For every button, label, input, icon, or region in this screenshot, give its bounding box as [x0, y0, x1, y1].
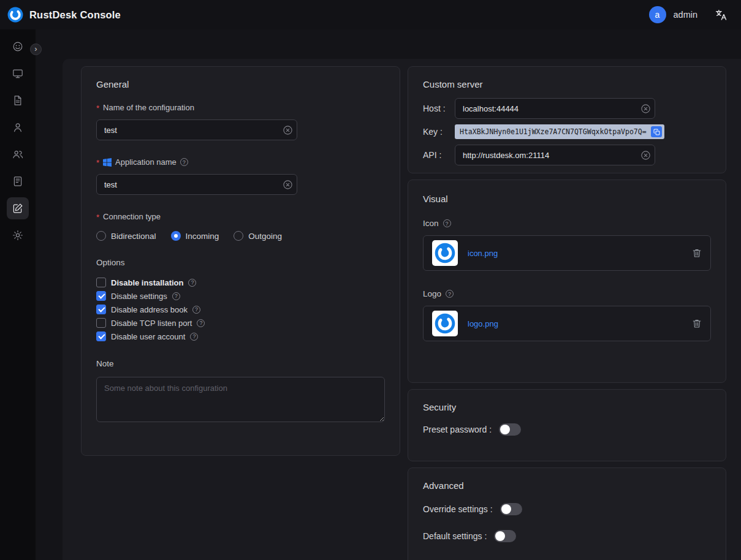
- general-title: General: [96, 79, 385, 89]
- options-list: Disable installation Disable settings Di: [96, 276, 385, 343]
- help-icon[interactable]: [172, 292, 180, 300]
- sidebar-item-audit-log[interactable]: [0, 168, 36, 195]
- sidebar-item-groups[interactable]: [0, 141, 36, 168]
- main: General Name of the configuration: [36, 29, 741, 560]
- visual-title: Visual: [423, 194, 711, 204]
- preset-password-row: Preset password :: [423, 423, 711, 436]
- layout: General Name of the configuration: [0, 29, 741, 560]
- document-icon: [7, 89, 29, 112]
- checkbox-disable-tcp-listen-port[interactable]: Disable TCP listen port: [96, 316, 385, 330]
- icon-upload-box: icon.png: [423, 235, 711, 271]
- windows-icon: [103, 158, 112, 167]
- required-marker: [96, 212, 99, 221]
- key-value[interactable]: HtaXBkJNHyn0e1U1jWXze7A7CN7QTGWqxkOtpaVp…: [460, 127, 647, 136]
- brand: RustDesk Console: [7, 7, 121, 23]
- sidebar-item-custom-client[interactable]: [0, 195, 36, 222]
- checkbox-control[interactable]: [96, 318, 106, 328]
- api-label: API :: [423, 150, 455, 160]
- default-settings-toggle[interactable]: [494, 530, 516, 542]
- right-column: Custom server Host :: [408, 66, 726, 560]
- clear-icon[interactable]: [640, 104, 650, 113]
- copy-icon[interactable]: [651, 126, 662, 137]
- topbar-right: a admin: [649, 6, 728, 23]
- help-icon[interactable]: [197, 319, 205, 327]
- clear-icon[interactable]: [283, 180, 292, 189]
- configuration-name-input[interactable]: [96, 119, 297, 140]
- checkbox-control[interactable]: [96, 305, 106, 314]
- host-input[interactable]: [455, 98, 655, 119]
- radio-control[interactable]: [234, 231, 243, 241]
- security-card: Security Preset password :: [408, 389, 726, 461]
- advanced-title: Advanced: [423, 480, 711, 491]
- clear-icon[interactable]: [640, 150, 650, 160]
- icon-section-label: Icon: [423, 219, 711, 228]
- checkbox-control[interactable]: [96, 278, 106, 287]
- custom-server-title: Custom server: [423, 79, 711, 89]
- advanced-card: Advanced Override settings : Default set…: [408, 467, 726, 560]
- checkbox-control[interactable]: [96, 331, 106, 341]
- visual-card: Visual Icon: [408, 180, 726, 383]
- checkbox-disable-settings[interactable]: Disable settings: [96, 289, 385, 303]
- radio-control[interactable]: [171, 231, 181, 241]
- users-icon: [7, 143, 29, 165]
- api-input[interactable]: [455, 145, 655, 165]
- trash-icon[interactable]: [692, 319, 702, 328]
- checkbox-disable-address-book[interactable]: Disable address book: [96, 303, 385, 316]
- help-icon[interactable]: [446, 290, 454, 298]
- help-icon[interactable]: [190, 333, 198, 341]
- topbar: RustDesk Console a admin: [0, 0, 741, 29]
- app-title: RustDesk Console: [29, 9, 121, 21]
- sidebar-item-documents[interactable]: [0, 87, 36, 114]
- icon-thumbnail: [432, 240, 458, 266]
- radio-outgoing[interactable]: Outgoing: [234, 231, 282, 241]
- rustdesk-console-page: RustDesk Console a admin: [0, 0, 741, 560]
- default-settings-label: Default settings :: [423, 531, 487, 541]
- key-field[interactable]: HtaXBkJNHyn0e1U1jWXze7A7CN7QTGWqxkOtpaVp…: [455, 124, 664, 139]
- preset-password-label: Preset password :: [423, 425, 492, 434]
- translate-icon[interactable]: [715, 9, 728, 21]
- user-avatar[interactable]: a: [649, 6, 666, 23]
- options-label: Options: [96, 258, 385, 267]
- help-icon[interactable]: [188, 279, 196, 287]
- trash-icon[interactable]: [692, 248, 702, 258]
- checkbox-disable-user-account[interactable]: Disable user account: [96, 330, 385, 343]
- logo-upload-box: logo.png: [423, 306, 711, 341]
- username[interactable]: admin: [674, 10, 698, 20]
- radio-bidirectional[interactable]: Bidirectional: [96, 231, 156, 241]
- key-label: Key :: [423, 127, 455, 137]
- sidebar-item-devices[interactable]: [0, 60, 36, 87]
- custom-server-card: Custom server Host :: [408, 66, 726, 173]
- smiley-icon: [7, 36, 29, 58]
- logo-section-label: Logo: [423, 289, 711, 298]
- sidebar-item-settings[interactable]: [0, 222, 36, 249]
- help-icon[interactable]: [192, 306, 200, 314]
- checkbox-control[interactable]: [96, 291, 106, 301]
- default-settings-row: Default settings :: [423, 530, 711, 542]
- help-icon[interactable]: [180, 158, 188, 166]
- icon-file-link[interactable]: icon.png: [468, 249, 498, 258]
- sidebar-item-user[interactable]: [0, 114, 36, 141]
- checkbox-disable-installation[interactable]: Disable installation: [96, 276, 385, 289]
- note-textarea[interactable]: [96, 377, 385, 422]
- required-marker: [96, 103, 99, 112]
- user-icon: [7, 116, 29, 138]
- clear-icon[interactable]: [283, 125, 292, 135]
- gear-icon: [7, 224, 29, 246]
- help-icon[interactable]: [443, 219, 451, 227]
- radio-control[interactable]: [96, 231, 106, 241]
- sidebar-expand-button[interactable]: [30, 44, 42, 55]
- connection-type-label: Connection type: [96, 212, 385, 221]
- override-settings-toggle[interactable]: [500, 503, 522, 515]
- edit-icon: [7, 197, 29, 219]
- preset-password-toggle[interactable]: [499, 423, 521, 436]
- rustdesk-logo-icon: [7, 7, 23, 23]
- monitor-icon: [7, 62, 29, 85]
- required-marker: [96, 157, 99, 167]
- logo-thumbnail: [432, 311, 458, 336]
- application-name-label: Application name: [96, 157, 385, 167]
- application-name-input[interactable]: [96, 174, 297, 195]
- connection-type-group: Bidirectional Incoming Outgoing: [96, 231, 385, 241]
- radio-incoming[interactable]: Incoming: [171, 231, 219, 241]
- sidebar: [0, 29, 36, 560]
- logo-file-link[interactable]: logo.png: [468, 319, 498, 328]
